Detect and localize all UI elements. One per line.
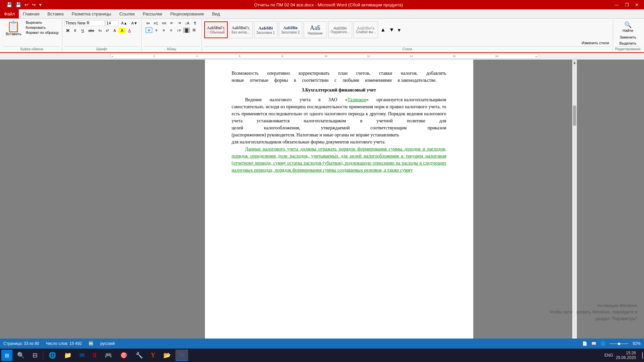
word-taskbar-btn[interactable]: W bbox=[175, 350, 188, 361]
yandex-browser-btn[interactable]: Y bbox=[148, 350, 159, 361]
font-name-input[interactable] bbox=[64, 20, 105, 26]
align-row: ≡ ≡ ≡ ≡ ↕≡ ▓ ⊞ bbox=[146, 27, 197, 33]
style-subtle-em[interactable]: АаБбВеГа Слабое вы... bbox=[354, 21, 378, 38]
menu-file[interactable]: Файл bbox=[0, 9, 19, 18]
align-justify-btn[interactable]: ≡ bbox=[168, 27, 174, 33]
increase-indent-btn[interactable]: ⇥ bbox=[176, 20, 183, 26]
select-button[interactable]: Выделить bbox=[618, 41, 638, 46]
start-btn[interactable]: ⊞ bbox=[1, 350, 12, 361]
show-desktop-btn[interactable]: ▕ bbox=[639, 352, 643, 359]
shading-btn[interactable]: ▓ bbox=[183, 27, 190, 33]
text-effect-btn[interactable]: A bbox=[111, 28, 118, 33]
view-reading-btn[interactable]: 📖 bbox=[591, 341, 596, 346]
customize-btn[interactable]: ▾ bbox=[38, 2, 43, 8]
styles-expand[interactable]: ▾ bbox=[396, 26, 402, 34]
sort-btn[interactable]: ↕A bbox=[183, 20, 191, 26]
folder-btn[interactable]: 📂 bbox=[160, 350, 174, 361]
doc-scroll[interactable]: Возможность оперативно корректировать пл… bbox=[106, 60, 572, 355]
menu-insert[interactable]: Вставка bbox=[43, 9, 67, 18]
scroll-up-btn[interactable]: ▲ bbox=[572, 60, 577, 65]
save-btn[interactable]: 💾 bbox=[14, 2, 22, 8]
find-button[interactable]: 🔍 Найти bbox=[620, 20, 636, 34]
style-h1-label: Заголовок 1 bbox=[256, 31, 275, 35]
cut-button[interactable]: Вырезать bbox=[24, 20, 60, 25]
font-shrink-btn[interactable]: A▼ bbox=[130, 20, 139, 26]
bold-btn[interactable]: Ж bbox=[64, 28, 71, 33]
app6-btn[interactable]: 🎯 bbox=[117, 350, 131, 361]
menu-references[interactable]: Ссылки bbox=[115, 9, 139, 18]
style-subtle-label: Слабое вы... bbox=[356, 30, 376, 34]
font-grow-btn[interactable]: A▲ bbox=[119, 20, 129, 26]
style-title[interactable]: АаБ Название bbox=[304, 21, 327, 38]
zoom-level[interactable]: 92% bbox=[633, 341, 641, 346]
clipboard-label: Буфер обмена bbox=[3, 46, 60, 51]
style-no-spacing[interactable]: АаБбВвГг, Без интер... bbox=[229, 21, 253, 38]
decrease-indent-btn[interactable]: ⇤ bbox=[169, 20, 175, 26]
align-right-btn[interactable]: ≡ bbox=[160, 27, 167, 33]
style-subtitle[interactable]: АаБбВе Подзаголо... bbox=[328, 21, 352, 38]
view-print-btn[interactable]: 📄 bbox=[582, 341, 587, 346]
align-center-btn[interactable]: ≡ bbox=[153, 27, 160, 33]
language[interactable]: русский bbox=[100, 341, 115, 346]
edit-group: 🔍 Найти Заменить Выделить Редактирование bbox=[613, 19, 643, 52]
strikethrough-btn[interactable]: abc bbox=[87, 28, 96, 33]
search-btn[interactable]: 🔍 bbox=[14, 350, 28, 361]
underline-btn[interactable]: Ч bbox=[79, 28, 86, 33]
line-spacing-btn[interactable]: ↕≡ bbox=[175, 27, 182, 33]
number-list-btn[interactable]: ≡1 bbox=[152, 20, 160, 26]
styles-scroll-up[interactable]: ▲ bbox=[379, 26, 387, 34]
show-para-btn[interactable]: ¶ bbox=[192, 20, 199, 26]
style-no-spacing-label: Без интер... bbox=[232, 31, 250, 34]
ruler: ◂ ▸ 2 4 6 8 10 12 14 16 18 bbox=[0, 53, 644, 60]
minimize-btn[interactable]: — bbox=[612, 2, 622, 8]
style-normal[interactable]: АаБбВвГг, ↑ Обычный bbox=[204, 21, 228, 38]
mail-btn[interactable]: ✉ bbox=[76, 350, 88, 361]
taskbar-time: 15:26 bbox=[626, 351, 636, 355]
explorer-btn[interactable]: 📁 bbox=[61, 350, 75, 361]
word-icon: 💾 bbox=[5, 2, 13, 8]
app7-btn[interactable]: 🔧 bbox=[132, 350, 146, 361]
menu-review[interactable]: Рецензирование bbox=[166, 9, 208, 18]
taskbar-lang[interactable]: ENG bbox=[604, 353, 613, 358]
task-view-btn[interactable]: ⊟ bbox=[29, 350, 41, 361]
copy-button[interactable]: Копировать bbox=[24, 25, 60, 30]
subscript-btn[interactable]: x₂ bbox=[97, 27, 103, 33]
style-heading2[interactable]: АаБбВв Заголовок 2 bbox=[279, 21, 302, 38]
styles-scroll-down[interactable]: ▼ bbox=[388, 26, 396, 34]
restore-btn[interactable]: ❐ bbox=[622, 2, 632, 8]
para-tax-forms: для налогоплательщиков обязательные форм… bbox=[232, 138, 446, 145]
para-label: Абзац bbox=[144, 46, 200, 51]
paste-button[interactable]: 📋 Вставить bbox=[3, 20, 24, 37]
replace-button[interactable]: Заменить bbox=[618, 35, 637, 40]
align-left-btn[interactable]: ≡ bbox=[146, 27, 152, 33]
app5-btn[interactable]: 🎮 bbox=[101, 350, 115, 361]
view-web-btn[interactable]: 🌐 bbox=[600, 341, 605, 346]
clipboard-group: 📋 Вставить Вырезать Копировать Формат по… bbox=[1, 19, 62, 52]
document-page[interactable]: Возможность оперативно корректировать пл… bbox=[205, 60, 473, 355]
undo-btn[interactable]: ↩ bbox=[23, 2, 30, 8]
style-heading1[interactable]: АаБбВі Заголовок 1 bbox=[254, 21, 277, 38]
scroll-track[interactable] bbox=[573, 65, 577, 350]
font-color-btn[interactable]: A bbox=[126, 28, 133, 33]
font-size-input[interactable] bbox=[105, 20, 119, 26]
menu-view[interactable]: Вид bbox=[208, 9, 224, 18]
scroll-thumb[interactable] bbox=[573, 106, 576, 126]
menu-page-layout[interactable]: Разметка страницы bbox=[68, 9, 115, 18]
change-styles-btn[interactable]: Изменить стили bbox=[580, 40, 611, 46]
bullet-list-btn[interactable]: ≡• bbox=[145, 20, 151, 26]
format-painter-button[interactable]: Формат по образцу bbox=[24, 30, 60, 35]
quick-access-toolbar: 💾 💾 ↩ ↪ ▾ bbox=[3, 1, 45, 9]
menu-home[interactable]: Главная bbox=[19, 9, 43, 18]
close-btn[interactable]: ✕ bbox=[632, 2, 641, 8]
redo-btn[interactable]: ↪ bbox=[31, 2, 37, 8]
yandex-btn[interactable]: Я bbox=[89, 350, 100, 361]
highlight-btn[interactable]: A bbox=[119, 28, 125, 33]
vertical-scrollbar[interactable]: ▲ ▼ bbox=[572, 60, 577, 355]
superscript-btn[interactable]: x² bbox=[104, 28, 111, 33]
menu-mailings[interactable]: Рассылки bbox=[139, 9, 166, 18]
outline-list-btn[interactable]: ≡≡ bbox=[160, 20, 168, 26]
edge-btn[interactable]: 🌐 bbox=[45, 350, 59, 361]
border-btn[interactable]: ⊞ bbox=[191, 27, 197, 33]
italic-btn[interactable]: К bbox=[72, 28, 78, 33]
zoom-slider[interactable]: ——◆—— bbox=[609, 341, 629, 346]
